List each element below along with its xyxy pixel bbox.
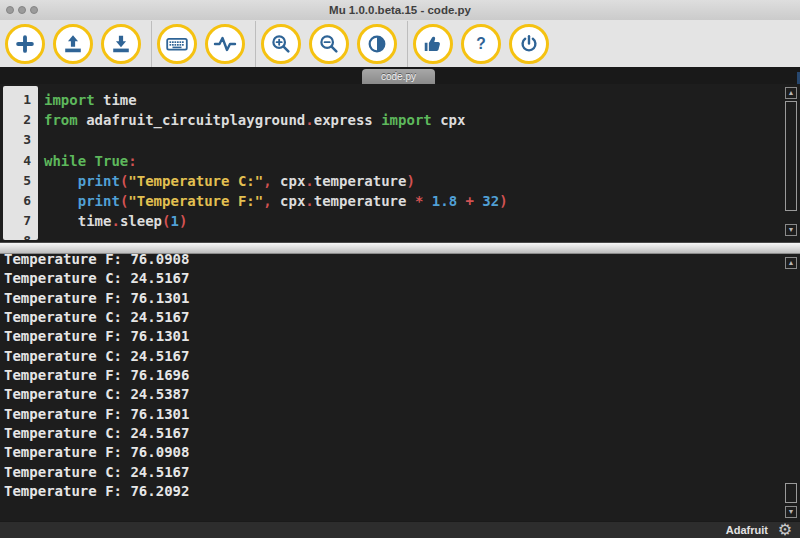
zoom-out-icon: [318, 33, 340, 55]
status-bar: Adafruit ⚙: [0, 521, 800, 538]
window-title: Mu 1.0.0.beta.15 - code.py: [0, 0, 800, 20]
mode-indicator: Adafruit: [726, 524, 768, 536]
theme-button[interactable]: [357, 24, 397, 64]
help-button[interactable]: ?: [461, 24, 501, 64]
pane-splitter[interactable]: [0, 242, 800, 254]
toolbar-separator: [255, 21, 256, 67]
line-number: 2: [3, 110, 38, 130]
serial-button[interactable]: [205, 24, 245, 64]
code-line: from adafruit_circuitplayground.express …: [44, 110, 780, 130]
console-scroll-up-arrow[interactable]: ▲: [785, 257, 797, 269]
console-line: Temperature C: 24.5167: [4, 308, 800, 327]
code-lines: import timefrom adafruit_circuitplaygrou…: [44, 90, 780, 240]
line-number: 8: [3, 231, 38, 240]
save-button[interactable]: [101, 24, 141, 64]
line-number: 7: [3, 211, 38, 231]
power-icon: [518, 33, 540, 55]
code-line: while True:: [44, 151, 780, 171]
line-number-gutter: 12345678: [3, 86, 38, 240]
console-line: Temperature F: 76.0908: [4, 254, 800, 269]
line-number: 1: [3, 90, 38, 110]
code-editor[interactable]: 12345678 import timefrom adafruit_circui…: [0, 84, 800, 240]
console-output: Temperature F: 76.0908Temperature C: 24.…: [0, 254, 800, 501]
keyboard-icon: [165, 32, 189, 56]
editor-scroll-down-arrow[interactable]: ▼: [785, 224, 797, 236]
tab-label: code.py: [381, 71, 416, 82]
code-line: print("Temperature C:", cpx.temperature): [44, 171, 780, 191]
console-line: Temperature F: 76.1301: [4, 327, 800, 346]
editor-scrollbar-thumb[interactable]: [785, 101, 797, 211]
load-button[interactable]: [53, 24, 93, 64]
svg-text:?: ?: [476, 35, 486, 52]
quit-button[interactable]: [509, 24, 549, 64]
repl-button[interactable]: [157, 24, 197, 64]
console-line: Temperature F: 76.1301: [4, 289, 800, 308]
code-line: time.sleep(1): [44, 211, 780, 231]
download-icon: [110, 33, 132, 55]
code-line: [44, 130, 780, 150]
pulse-icon: [213, 32, 237, 56]
console-line: Temperature C: 24.5167: [4, 463, 800, 482]
zoom-in-button[interactable]: [261, 24, 301, 64]
gear-icon[interactable]: ⚙: [778, 520, 792, 538]
thumbs-up-icon: [422, 33, 444, 55]
zoom-out-button[interactable]: [309, 24, 349, 64]
check-button[interactable]: [413, 24, 453, 64]
console-line: Temperature C: 24.5167: [4, 269, 800, 288]
titlebar: Mu 1.0.0.beta.15 - code.py: [0, 0, 800, 21]
line-number: 6: [3, 191, 38, 211]
contrast-icon: [366, 33, 388, 55]
editor-scroll-up-arrow[interactable]: ▲: [785, 87, 797, 99]
tab-bar: code.py: [0, 67, 800, 84]
console-scrollbar-thumb[interactable]: [785, 483, 797, 503]
tab-code-py[interactable]: code.py: [362, 69, 435, 84]
toolbar-separator: [151, 21, 152, 67]
code-line: [44, 231, 780, 240]
console-line: Temperature F: 76.2092: [4, 482, 800, 501]
serial-console[interactable]: Temperature F: 76.0908Temperature C: 24.…: [0, 254, 800, 521]
console-line: Temperature C: 24.5387: [4, 385, 800, 404]
line-numbers: 12345678: [3, 86, 38, 240]
zoom-in-icon: [270, 33, 292, 55]
line-number: 4: [3, 151, 38, 171]
console-scroll-down-arrow[interactable]: ▼: [785, 506, 797, 518]
mu-window: Mu 1.0.0.beta.15 - code.py ? code.py 123…: [0, 0, 800, 538]
new-button[interactable]: [5, 24, 45, 64]
console-line: Temperature F: 76.0908: [4, 443, 800, 462]
console-line: Temperature F: 76.1301: [4, 405, 800, 424]
plus-icon: [14, 33, 36, 55]
toolbar: ?: [0, 20, 800, 67]
question-icon: ?: [470, 33, 492, 55]
console-line: Temperature F: 76.1696: [4, 366, 800, 385]
line-number: 3: [3, 130, 38, 150]
toolbar-separator: [407, 21, 408, 67]
line-number: 5: [3, 171, 38, 191]
code-line: print("Temperature F:", cpx.temperature …: [44, 191, 780, 211]
console-line: Temperature C: 24.5167: [4, 347, 800, 366]
upload-icon: [62, 33, 84, 55]
code-line: import time: [44, 90, 780, 110]
console-line: Temperature C: 24.5167: [4, 424, 800, 443]
